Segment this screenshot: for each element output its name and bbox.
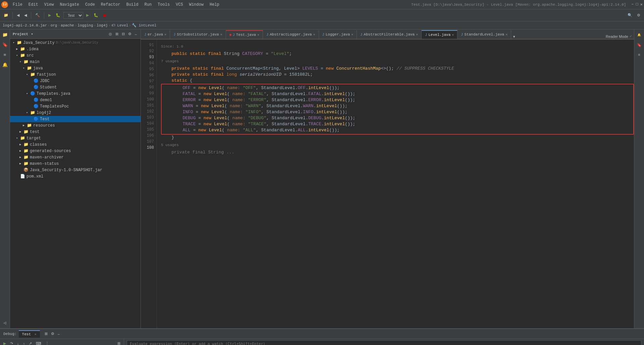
- menu-file[interactable]: File: [10, 2, 25, 8]
- tab-overflow-btn[interactable]: ▾: [511, 34, 517, 39]
- debug-restore-btn[interactable]: ⊞: [43, 331, 49, 337]
- project-panel-collapse-btn[interactable]: ⊟: [121, 31, 126, 37]
- menu-tools[interactable]: Tools: [155, 2, 172, 8]
- toolbar-stop-btn[interactable]: ⏹: [101, 12, 108, 18]
- tree-jar[interactable]: ▶ 📦 Java_Security-1.0-SNAPSHOT.jar: [10, 167, 141, 173]
- sidebar-notifications-icon[interactable]: 🔔: [1, 61, 9, 69]
- tree-jdbc[interactable]: ▶ 🔵 JDBC: [10, 78, 141, 84]
- tree-fastjson[interactable]: ▾ 📁 fastjson: [10, 71, 141, 78]
- tab-er-java[interactable]: J er.java ✕: [141, 30, 170, 39]
- reader-mode-btn[interactable]: Reader Mode: [606, 34, 628, 39]
- tab-level-java[interactable]: J Level.java ✕: [422, 30, 458, 39]
- toolbar-settings-btn[interactable]: ⚙: [635, 12, 642, 18]
- tab-test-java[interactable]: J Test.java ✕: [226, 30, 263, 39]
- breadcrumb-org[interactable]: org: [51, 23, 57, 27]
- toolbar-debug-btn[interactable]: 🐛: [54, 12, 62, 18]
- tree-maven-status[interactable]: ▶ 📁 maven-status: [10, 160, 141, 167]
- debug-evaluate-btn[interactable]: ⌨: [35, 341, 43, 345]
- tree-generated-sources[interactable]: ▶ 📁 generated-sources: [10, 148, 141, 154]
- debug-layout-btn[interactable]: ⊞: [116, 341, 122, 345]
- tab-abstractfilterable[interactable]: J AbstractFilterable.java ✕: [357, 30, 422, 39]
- toolbar-build-btn[interactable]: 🔨: [34, 12, 42, 18]
- sidebar-project-icon[interactable]: 📁: [1, 31, 9, 39]
- tree-pom[interactable]: ▶ 📄 pom.xml: [10, 173, 141, 180]
- tree-demo1[interactable]: ▶ 🔵 demo1: [10, 97, 141, 103]
- menu-navigate[interactable]: Navigate: [57, 2, 82, 8]
- tab-logger-java[interactable]: J Logger.java ✕: [319, 30, 357, 39]
- tab-abstractlogger[interactable]: J AbstractLogger.java ✕: [263, 30, 319, 39]
- toolbar-search-btn[interactable]: 🔍: [626, 12, 634, 18]
- right-structure-icon[interactable]: ≡: [635, 51, 643, 59]
- debug-tab-test-close[interactable]: ✕: [35, 333, 37, 336]
- right-bookmarks-icon[interactable]: 🔖: [635, 41, 643, 49]
- project-panel-settings-btn[interactable]: ⚙: [127, 31, 132, 37]
- menu-build[interactable]: Build: [123, 2, 141, 8]
- code-editor[interactable]: Since: 1.0 public static final String CA…: [157, 40, 634, 328]
- tab-test-java-close[interactable]: ✕: [257, 33, 259, 37]
- debug-run-cursor-btn[interactable]: ↗: [28, 341, 33, 345]
- sidebar-structure-icon[interactable]: ≡: [1, 51, 9, 59]
- breadcrumb-level[interactable]: 🏷 Level: [111, 23, 128, 27]
- breadcrumb-intlevel[interactable]: 🔧 intLevel: [132, 23, 156, 27]
- tree-idea[interactable]: ▶ 📁 .idea: [10, 46, 141, 52]
- debug-step-out-btn[interactable]: ↑: [22, 341, 26, 345]
- tree-templatespoc[interactable]: ▶ 🔵 TemplatesPoc: [10, 103, 141, 110]
- toolbar-back-btn[interactable]: ◀: [15, 12, 21, 18]
- tree-resources[interactable]: ▶ 📁 resources: [10, 122, 141, 129]
- project-panel-expand-btn[interactable]: ⊞: [114, 31, 119, 37]
- tree-main[interactable]: ▾ 📁 main: [10, 59, 141, 65]
- maximize-button[interactable]: □: [636, 2, 638, 7]
- right-notifications-icon[interactable]: 🔔: [635, 31, 643, 39]
- breadcrumb-jar[interactable]: log4j-api-2.14.0.jar: [3, 23, 47, 27]
- tree-target[interactable]: ▾ 📁 target: [10, 135, 141, 141]
- tab-logger-java-close[interactable]: ✕: [351, 32, 353, 37]
- project-panel-dropdown[interactable]: ▾: [31, 32, 33, 36]
- breadcrumb-apache[interactable]: apache: [61, 23, 74, 27]
- sidebar-bottom-icon[interactable]: ◁: [1, 319, 9, 327]
- menu-view[interactable]: View: [42, 2, 57, 8]
- tab-abstractlogger-close[interactable]: ✕: [313, 32, 315, 37]
- breadcrumb-log4j[interactable]: log4j: [97, 23, 108, 27]
- tab-level-java-close[interactable]: ✕: [452, 33, 454, 37]
- toolbar-run-config-btn[interactable]: ▶: [85, 12, 91, 18]
- menu-refactor[interactable]: Refactor: [98, 2, 123, 8]
- menu-vcs[interactable]: VCS: [173, 2, 186, 8]
- debug-tab-test[interactable]: Test ✕: [19, 330, 40, 338]
- tab-strsubstitutor-close[interactable]: ✕: [220, 32, 222, 37]
- sidebar-bookmark-icon[interactable]: 🔖: [1, 41, 9, 49]
- tab-abstractfilterable-close[interactable]: ✕: [416, 32, 418, 37]
- tree-java[interactable]: ▾ 📁 java: [10, 65, 141, 71]
- run-config-select[interactable]: Test: [63, 12, 83, 19]
- toolbar-project-btn[interactable]: 📁: [2, 12, 10, 18]
- debug-minimize-btn[interactable]: –: [56, 331, 61, 337]
- toolbar-debug-config-btn[interactable]: 🐛: [92, 12, 100, 18]
- close-button[interactable]: ✕: [640, 2, 643, 7]
- tree-student[interactable]: ▶ 🔵 Student: [10, 84, 141, 90]
- project-panel-minimize-btn[interactable]: –: [134, 31, 138, 37]
- menu-code[interactable]: Code: [83, 2, 98, 8]
- tree-test-folder[interactable]: ▶ 📁 test: [10, 129, 141, 135]
- tab-strsubstitutor[interactable]: J StrSubstitutor.java ✕: [170, 30, 226, 39]
- debug-more-btn[interactable]: ⋮: [44, 341, 50, 345]
- toolbar-run-btn[interactable]: ▶: [47, 12, 53, 18]
- tree-test[interactable]: ▶ 🔵 Test: [10, 116, 141, 122]
- menu-window[interactable]: Window: [186, 2, 206, 8]
- tree-classes[interactable]: ▶ 📁 classes: [10, 141, 141, 148]
- tree-src[interactable]: ▾ 📁 src: [10, 52, 141, 59]
- tab-standardlevel[interactable]: J StandardLevel.java ✕: [458, 30, 511, 39]
- debug-step-over-btn[interactable]: ↷: [9, 341, 14, 345]
- evaluate-input[interactable]: [127, 340, 641, 345]
- minimize-button[interactable]: –: [631, 2, 634, 7]
- tab-standardlevel-close[interactable]: ✕: [505, 32, 507, 37]
- tree-log4j2[interactable]: ▾ 📁 log4j2: [10, 110, 141, 116]
- tab-er-java-close[interactable]: ✕: [164, 32, 166, 37]
- tree-maven-archiver[interactable]: ▶ 📁 maven-archiver: [10, 154, 141, 160]
- tree-templates[interactable]: ▾ 🔵 Templates.java: [10, 90, 141, 97]
- debug-settings-btn[interactable]: ⚙: [50, 331, 56, 337]
- debug-step-into-btn[interactable]: ↓: [16, 341, 20, 345]
- menu-help[interactable]: Help: [207, 2, 222, 8]
- project-panel-locate-btn[interactable]: ◎: [108, 31, 113, 37]
- menu-run[interactable]: Run: [142, 2, 154, 8]
- debug-resume-btn[interactable]: ▶: [2, 341, 7, 345]
- toolbar-forward-btn[interactable]: ◀: [22, 12, 29, 18]
